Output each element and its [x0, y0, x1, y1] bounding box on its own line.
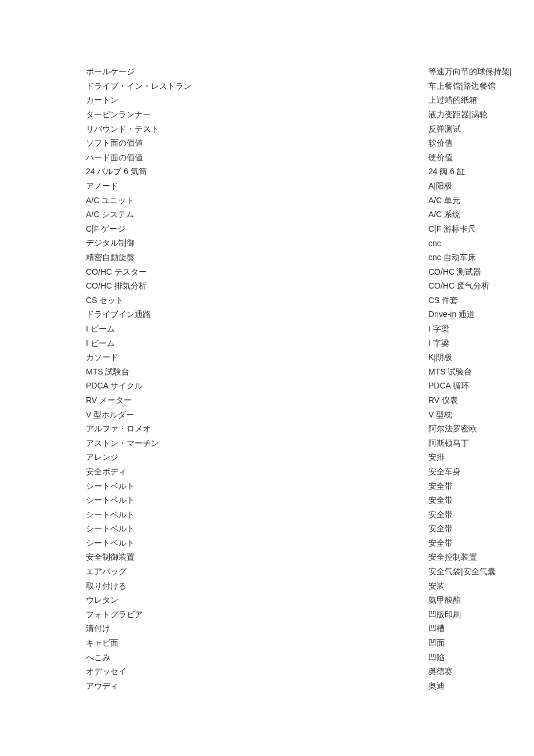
japanese-term: 安全ボディ — [86, 467, 428, 477]
table-row: エアバッグ安全气袋|安全气囊 — [86, 565, 534, 579]
japanese-term: カソード — [86, 352, 428, 363]
chinese-term: 软价值 — [428, 138, 453, 149]
japanese-term: シートベルト — [86, 481, 428, 492]
table-row: I ビームI 字梁 — [86, 336, 534, 351]
japanese-term: V 型ホルダー — [86, 410, 428, 420]
japanese-term: カートン — [86, 95, 428, 106]
chinese-term: RV 仪表 — [428, 395, 458, 406]
table-row: デジタル制御cnc — [86, 236, 534, 251]
table-row: キャビ面凹面 — [86, 636, 534, 651]
japanese-term: アルファ・ロメオ — [86, 424, 428, 434]
chinese-term: 24 阀 6 缸 — [428, 167, 465, 177]
japanese-term: へこみ — [86, 653, 428, 663]
japanese-term: タービンランナー — [86, 110, 428, 120]
japanese-term: ハード面の価値 — [86, 153, 428, 163]
chinese-term: 安全带 — [428, 524, 453, 534]
chinese-term: I 字梁 — [428, 339, 449, 349]
japanese-term: I ビーム — [86, 324, 428, 334]
table-row: CO/HC テスターCO/HC 测试器 — [86, 265, 534, 279]
table-row: 安全ボディ安全车身 — [86, 465, 534, 480]
chinese-term: CO/HC 测试器 — [428, 267, 481, 278]
table-row: CS セットCS 件套 — [86, 294, 534, 308]
japanese-term: オデッセイ — [86, 667, 428, 677]
table-row: アストン・マーチン阿斯顿马丁 — [86, 436, 534, 451]
table-row: カソードK|阴极 — [86, 351, 534, 365]
japanese-term: A/C ユニット — [86, 196, 428, 206]
chinese-term: 阿尔法罗密欧 — [428, 424, 477, 434]
table-row: 取り付ける安装 — [86, 579, 534, 593]
table-row: タービンランナー液力变距器|涡轮 — [86, 108, 534, 123]
chinese-term: Drive-in 通道 — [428, 309, 475, 320]
japanese-term: CO/HC テスター — [86, 267, 428, 278]
chinese-term: V 型枕 — [428, 410, 452, 420]
chinese-term: cnc 自动车床 — [428, 253, 476, 263]
table-row: シートベルト安全带 — [86, 507, 534, 522]
japanese-term: アノード — [86, 181, 428, 192]
chinese-term: 氨甲酸酯 — [428, 595, 461, 606]
chinese-term: 凹版印刷 — [428, 610, 461, 620]
chinese-term: 凹槽 — [428, 624, 445, 634]
table-row: アウディ奥迪 — [86, 679, 534, 694]
japanese-term: ドライブイン通路 — [86, 309, 428, 320]
japanese-term: 24 バルブ 6 気筒 — [86, 167, 428, 177]
chinese-term: 阿斯顿马丁 — [428, 438, 469, 449]
table-row: A/C ユニットA/C 单元 — [86, 193, 534, 208]
table-row: アルファ・ロメオ阿尔法罗密欧 — [86, 422, 534, 437]
japanese-term: ソフト面の価値 — [86, 138, 428, 149]
japanese-term: シートベルト — [86, 524, 428, 534]
chinese-term: 等速万向节的球保持架| — [428, 67, 512, 77]
chinese-term: 安装 — [428, 581, 445, 592]
chinese-term: 奥迪 — [428, 681, 445, 692]
japanese-term: キャビ面 — [86, 638, 428, 649]
glossary-table: ボールケージ等速万向节的球保持架|ドライブ・イン・レストラン车上餐馆|路边餐馆カ… — [86, 65, 534, 693]
chinese-term: 液力变距器|涡轮 — [428, 110, 488, 120]
japanese-term: RV メーター — [86, 395, 428, 406]
table-row: シートベルト安全带 — [86, 522, 534, 537]
chinese-term: 安全气袋|安全气囊 — [428, 567, 496, 577]
table-row: 安全制御装置安全控制装置 — [86, 550, 534, 565]
chinese-term: 凹陷 — [428, 653, 445, 663]
chinese-term: 安全控制装置 — [428, 552, 477, 563]
chinese-term: 凹面 — [428, 638, 445, 649]
table-row: アノードA|阳极 — [86, 179, 534, 194]
table-row: I ビームI 字梁 — [86, 322, 534, 337]
chinese-term: A/C 单元 — [428, 196, 460, 206]
japanese-term: I ビーム — [86, 339, 428, 349]
japanese-term: シートベルト — [86, 538, 428, 549]
japanese-term: CS セット — [86, 296, 428, 306]
table-row: オデッセイ奥德赛 — [86, 665, 534, 679]
japanese-term: 取り付ける — [86, 581, 428, 592]
table-row: シートベルト安全带 — [86, 479, 534, 494]
japanese-term: 精密自動旋盤 — [86, 253, 428, 263]
japanese-term: 安全制御装置 — [86, 552, 428, 563]
table-row: カートン上过蜡的纸箱 — [86, 93, 534, 108]
chinese-term: cnc — [428, 239, 441, 248]
table-row: 溝付け凹槽 — [86, 622, 534, 636]
table-row: PDCA サイクルPDCA 循环 — [86, 379, 534, 394]
table-row: ボールケージ等速万向节的球保持架| — [86, 65, 534, 80]
table-row: シートベルト安全带 — [86, 537, 534, 551]
table-row: へこみ凹陷 — [86, 650, 534, 665]
chinese-term: 安排 — [428, 452, 445, 463]
table-row: アレンジ安排 — [86, 451, 534, 465]
table-row: 精密自動旋盤cnc 自动车床 — [86, 251, 534, 265]
japanese-term: フォトグラビア — [86, 610, 428, 620]
japanese-term: アストン・マーチン — [86, 438, 428, 449]
table-row: 24 バルブ 6 気筒24 阀 6 缸 — [86, 165, 534, 179]
chinese-term: 车上餐馆|路边餐馆 — [428, 81, 496, 92]
japanese-term: 溝付け — [86, 624, 428, 634]
table-row: MTS 試験台MTS 试验台 — [86, 365, 534, 379]
chinese-term: A/C 系统 — [428, 210, 460, 220]
table-row: CO/HC 排気分析CO/HC 废气分析 — [86, 279, 534, 294]
table-row: リバウンド・テスト反弹测试 — [86, 122, 534, 136]
table-row: ウレタン氨甲酸酯 — [86, 593, 534, 608]
chinese-term: 反弹测试 — [428, 124, 461, 135]
table-row: ソフト面の価値软价值 — [86, 136, 534, 151]
table-row: ドライブ・イン・レストラン车上餐馆|路边餐馆 — [86, 80, 534, 94]
japanese-term: アレンジ — [86, 452, 428, 463]
chinese-term: 安全带 — [428, 538, 453, 549]
chinese-term: 安全车身 — [428, 467, 461, 477]
japanese-term: シートベルト — [86, 510, 428, 520]
japanese-term: ボールケージ — [86, 67, 428, 77]
japanese-term: ウレタン — [86, 595, 428, 606]
